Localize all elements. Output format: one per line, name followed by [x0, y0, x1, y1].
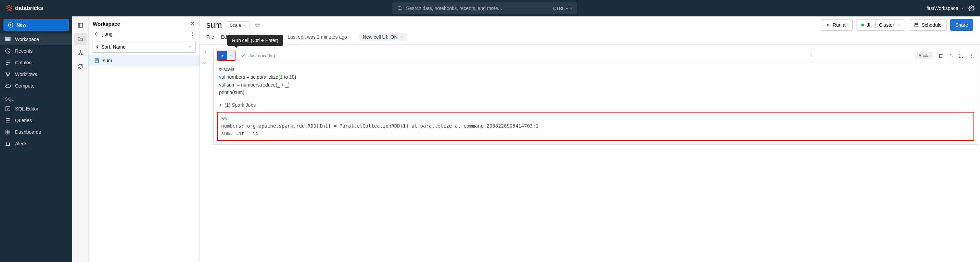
nav-recents[interactable]: Recents [0, 45, 72, 57]
svg-rect-3 [5, 37, 10, 38]
run-all-button[interactable]: Run all [821, 19, 853, 31]
global-search[interactable]: Search data, notebooks, recents, and mor… [392, 2, 577, 14]
brand-logo[interactable]: databricks [5, 5, 43, 12]
svg-point-18 [81, 54, 83, 55]
run-cell-tooltip: Run cell (Ctrl + Enter) [227, 35, 283, 46]
catalog-icon [5, 60, 11, 66]
notebook-file-icon [94, 58, 100, 63]
code-editor[interactable]: %scala val numbers = sc.parallelize(1 to… [213, 62, 978, 100]
collapse-cell-icon[interactable] [202, 60, 207, 65]
nav-alerts[interactable]: Alerts [0, 138, 72, 149]
strip-panel-icon[interactable] [74, 19, 87, 32]
notebook-cell: Run cell (Ctrl + Enter) Just now (5s) 1 [200, 45, 980, 149]
top-header: databricks Search data, notebooks, recen… [0, 0, 980, 16]
svg-point-30 [971, 54, 972, 54]
alerts-icon [5, 141, 11, 147]
nav-label: Workspace [15, 37, 39, 42]
svg-point-28 [204, 54, 204, 54]
nav-queries[interactable]: Queries [0, 114, 72, 126]
nav-workflows[interactable]: Workflows [0, 68, 72, 80]
nav-catalog[interactable]: Catalog [0, 57, 72, 68]
nav-workspace[interactable]: Workspace [0, 33, 72, 45]
nav-label: Dashboards [15, 129, 41, 135]
strip-folder-icon[interactable] [74, 33, 87, 45]
svg-point-29 [205, 54, 206, 54]
breadcrumb-text[interactable]: jiang, [102, 31, 114, 37]
workspace-switcher[interactable]: firstWorkspace [927, 5, 964, 11]
workflows-icon [5, 71, 11, 77]
strip-schema-icon[interactable] [74, 46, 87, 59]
new-cell-ui-toggle[interactable]: New cell UI: ON [359, 33, 407, 41]
cell-lang-badge[interactable]: Scala [915, 52, 933, 59]
language-label: Scala [230, 22, 241, 28]
code-cell: Run cell (Ctrl + Enter) Just now (5s) 1 [213, 49, 978, 144]
svg-point-19 [192, 32, 193, 32]
folder-tree-icon [5, 36, 11, 43]
svg-point-8 [9, 72, 10, 73]
svg-rect-14 [8, 132, 10, 134]
nav-label: Catalog [15, 60, 32, 65]
notebook-title[interactable]: sum [207, 20, 222, 30]
notebook-editor: sum Scala ☆ Run all JI. Cluster [200, 16, 980, 262]
cell-output: 55 numbers: org.apache.spark.rdd.RDD[Int… [217, 112, 974, 141]
editor-header: sum Scala ☆ Run all JI. Cluster [200, 16, 980, 45]
new-button-label: New [16, 22, 26, 28]
breadcrumb-more-icon[interactable] [189, 31, 195, 37]
svg-point-24 [204, 51, 204, 52]
cluster-user: JI. [867, 22, 872, 28]
menu-file[interactable]: File [207, 34, 214, 40]
file-item-sum[interactable]: sum [89, 55, 199, 66]
run-cell-button[interactable] [218, 51, 227, 60]
cluster-label: Cluster [879, 22, 894, 28]
nav-dashboards[interactable]: Dashboards [0, 126, 72, 138]
drag-handle-icon[interactable] [202, 50, 207, 55]
svg-rect-13 [6, 132, 8, 134]
svg-point-21 [192, 35, 193, 36]
side-navigation: New Workspace Recents Catalog Workflows … [0, 16, 72, 262]
language-selector[interactable]: Scala [226, 21, 250, 29]
run-all-label: Run all [833, 22, 848, 28]
sort-dropdown[interactable]: ▲▼ Sort: Name [92, 41, 196, 53]
schedule-button[interactable]: Schedule [909, 19, 947, 31]
nav-section-sql: SQL [0, 92, 72, 103]
databricks-logo-icon [5, 5, 13, 12]
main-layout: New Workspace Recents Catalog Workflows … [0, 16, 980, 262]
new-button[interactable]: New [3, 19, 69, 31]
clock-icon [5, 48, 11, 54]
back-arrow-icon[interactable] [93, 31, 99, 37]
svg-point-32 [971, 57, 972, 57]
run-cell-dropdown[interactable] [227, 51, 235, 60]
favorite-star-icon[interactable]: ☆ [254, 21, 260, 29]
nav-label: Workflows [15, 71, 37, 77]
close-panel-button[interactable]: ✕ [190, 20, 195, 27]
svg-point-9 [8, 75, 8, 76]
search-icon [397, 5, 402, 11]
share-button[interactable]: Share [950, 19, 973, 31]
delete-cell-icon[interactable] [938, 53, 943, 59]
svg-point-20 [192, 33, 193, 34]
cluster-selector[interactable]: JI. Cluster [856, 19, 905, 31]
fullscreen-icon[interactable] [958, 53, 964, 59]
last-edit-link[interactable]: Last edit was 2 minutes ago [288, 34, 347, 40]
settings-gear-icon[interactable] [968, 5, 975, 11]
svg-point-17 [78, 54, 80, 55]
sort-arrows-icon: ▲▼ [96, 45, 99, 49]
svg-rect-11 [6, 130, 8, 132]
chevron-down-icon [960, 6, 964, 10]
cluster-status-dot [861, 24, 864, 26]
svg-point-16 [80, 50, 81, 51]
svg-point-7 [6, 72, 7, 73]
nav-compute[interactable]: Compute [0, 80, 72, 92]
spark-jobs-toggle[interactable]: (1) Spark Jobs [213, 100, 978, 110]
ai-assist-icon[interactable] [948, 53, 954, 59]
cloud-icon [5, 83, 11, 89]
cell-more-icon[interactable] [969, 53, 974, 59]
sort-label: Sort: Name [101, 44, 126, 49]
nav-label: Alerts [15, 141, 27, 146]
new-cell-label: New cell UI: [363, 34, 388, 40]
sql-editor-icon [5, 106, 11, 112]
strip-refresh-icon[interactable] [74, 60, 87, 73]
nav-sql-editor[interactable]: SQL Editor [0, 103, 72, 114]
search-shortcut: CTRL + P [553, 6, 572, 11]
chevron-down-icon [188, 45, 192, 49]
